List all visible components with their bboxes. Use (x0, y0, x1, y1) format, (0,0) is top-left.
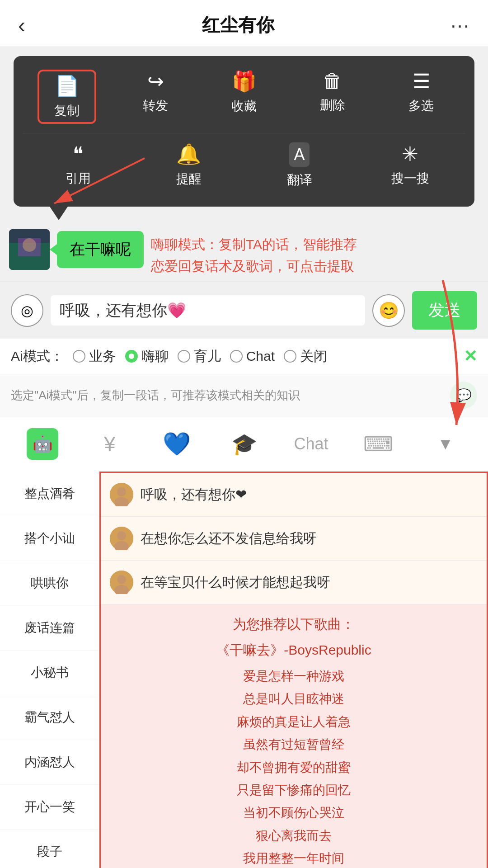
voice-icon: ◎ (21, 302, 33, 319)
remind-icon: 🔔 (176, 142, 201, 166)
radio-childcare-circle (178, 350, 190, 363)
toolbar-pay[interactable]: ¥ (76, 427, 144, 461)
sidebar-item-8[interactable]: 段子 (0, 830, 99, 868)
right-panel: 呼吸，还有想你❤ 在想你怎么还不发信息给我呀 (99, 472, 488, 868)
svg-point-6 (117, 487, 126, 496)
collapse-icon: ▼ (437, 434, 454, 453)
lyrics-container: 爱是怎样一种游戏总是叫人目眩神迷麻烦的真是让人着急虽然有过短暂曾经却不曾拥有爱的… (114, 665, 473, 868)
radio-chat[interactable]: Chat (230, 349, 275, 364)
radio-haichat-circle (125, 350, 138, 363)
radio-childcare[interactable]: 育儿 (178, 347, 221, 366)
toolbar-chat-text[interactable]: Chat (277, 430, 345, 458)
page-title: 红尘有你 (202, 13, 274, 38)
chat-bubble-icon: 💬 (456, 388, 472, 403)
remind-label: 提醒 (176, 170, 202, 188)
menu-item-search[interactable]: ✳ 搜一搜 (381, 142, 440, 189)
toolbar-robot[interactable]: 🤖 (9, 424, 76, 464)
sidebar-item-1[interactable]: 搭个小讪 (0, 516, 99, 561)
chat-text-icon: Chat (294, 434, 328, 453)
annotation-text: 嗨聊模式：复制TA的话，智能推荐 恋爱回复话术及歌词，可点击提取 (151, 237, 357, 274)
toolbar-keyboard[interactable]: ⌨ (345, 427, 412, 461)
forward-label: 转发 (143, 97, 168, 114)
reply-text-2: 在等宝贝什么时候才能想起我呀 (141, 573, 330, 592)
sidebar-item-2[interactable]: 哄哄你 (0, 561, 99, 606)
reply-avatar-0 (110, 483, 133, 506)
main-content: 整点酒肴 搭个小讪 哄哄你 废话连篇 小秘书 霸气怼人 内涵怼人 开心一笑 段子… (0, 472, 488, 868)
radio-off[interactable]: 关闭 (284, 347, 327, 366)
sidebar-item-0[interactable]: 整点酒肴 (0, 472, 99, 516)
radio-business-label: 业务 (89, 347, 116, 366)
delete-label: 删除 (320, 97, 345, 114)
toolbar-heart[interactable]: 💙 (143, 426, 211, 462)
reply-avatar-2 (110, 571, 133, 594)
context-menu-row2: ❝ 引用 🔔 提醒 A 翻译 ✳ 搜一搜 (23, 142, 465, 189)
reply-2[interactable]: 在等宝贝什么时候才能想起我呀 (101, 561, 487, 604)
chat-bubble-text: 在干嘛呢 (70, 241, 131, 258)
emoji-button[interactable]: 😊 (372, 294, 405, 327)
more-button[interactable]: ··· (450, 14, 470, 37)
menu-item-translate[interactable]: A 翻译 (270, 142, 329, 189)
menu-item-forward[interactable]: ↪ 转发 (126, 70, 185, 124)
reply-text-1: 在想你怎么还不发信息给我呀 (141, 529, 317, 548)
translate-label: 翻译 (287, 171, 312, 189)
translate-icon: A (289, 142, 309, 167)
radio-business[interactable]: 业务 (73, 347, 116, 366)
chat-bubble: 在干嘛呢 (57, 231, 144, 268)
radio-off-circle (284, 350, 296, 363)
header: ‹ 红尘有你 ··· (0, 0, 488, 47)
radio-off-label: 关闭 (300, 347, 327, 366)
hint-text: 选定"Ai模式"后，复制一段话，可推荐该模式相关的知识 (11, 387, 300, 403)
menu-item-quote[interactable]: ❝ 引用 (49, 142, 108, 189)
reply-1[interactable]: 在想你怎么还不发信息给我呀 (101, 517, 487, 561)
sidebar-item-7[interactable]: 开心一笑 (0, 785, 99, 830)
lyric-line: 狠心离我而去 (114, 825, 473, 847)
search-icon: ✳ (402, 142, 418, 165)
song-name[interactable]: 《干嘛去》-BoysRepublic (114, 641, 473, 660)
context-menu-row1: 📄 复制 ↪ 转发 🎁 收藏 🗑 删除 ☰ 多选 (23, 70, 465, 124)
multiselect-icon: ☰ (413, 70, 430, 93)
quote-icon: ❝ (73, 142, 84, 165)
context-menu: 📄 复制 ↪ 转发 🎁 收藏 🗑 删除 ☰ 多选 (14, 56, 474, 207)
svg-point-3 (23, 238, 36, 252)
sidebar-item-3[interactable]: 废话连篇 (0, 606, 99, 651)
sidebar-item-4[interactable]: 小秘书 (0, 651, 99, 695)
left-sidebar: 整点酒肴 搭个小讪 哄哄你 废话连篇 小秘书 霸气怼人 内涵怼人 开心一笑 段子… (0, 472, 99, 868)
pay-icon: ¥ (104, 432, 116, 456)
radio-haichat[interactable]: 嗨聊 (125, 347, 169, 366)
song-intro: 为您推荐以下歌曲： (114, 615, 473, 634)
keyboard-icon: ⌨ (363, 432, 393, 456)
toolbar-study[interactable]: 🎓 (211, 427, 278, 461)
menu-item-delete[interactable]: 🗑 删除 (303, 70, 362, 124)
voice-button[interactable]: ◎ (11, 294, 43, 327)
reply-text-0: 呼吸，还有想你❤ (141, 486, 247, 504)
menu-item-remind[interactable]: 🔔 提醒 (160, 142, 218, 189)
menu-arrow (50, 207, 68, 220)
reply-0[interactable]: 呼吸，还有想你❤ (101, 473, 487, 517)
copy-label: 复制 (54, 102, 80, 119)
sidebar-item-6[interactable]: 内涵怼人 (0, 740, 99, 785)
menu-item-collect[interactable]: 🎁 收藏 (215, 70, 273, 124)
radio-childcare-label: 育儿 (194, 347, 221, 366)
toolbar-collapse[interactable]: ▼ (412, 430, 479, 458)
back-button[interactable]: ‹ (18, 13, 25, 38)
avatar (9, 229, 50, 270)
menu-item-multiselect[interactable]: ☰ 多选 (392, 70, 450, 124)
collect-label: 收藏 (231, 98, 257, 115)
lyric-line: 总是叫人目眩神迷 (114, 688, 473, 710)
quote-label: 引用 (66, 170, 91, 187)
send-button[interactable]: 发送 (412, 291, 477, 330)
menu-item-copy[interactable]: 📄 复制 (38, 70, 96, 124)
sidebar-item-5[interactable]: 霸气怼人 (0, 695, 99, 740)
heart-icon: 💙 (163, 431, 191, 457)
emoji-icon: 😊 (379, 301, 399, 320)
search-label: 搜一搜 (391, 170, 429, 187)
ai-mode-label: Ai模式： (11, 347, 64, 366)
lyric-line: 我用整整一年时间 (114, 847, 473, 868)
lyric-line: 虽然有过短暂曾经 (114, 733, 473, 756)
collect-icon: 🎁 (232, 70, 257, 93)
lyric-line: 麻烦的真是让人着急 (114, 711, 473, 733)
close-button[interactable]: ✕ (464, 347, 477, 366)
song-section: 为您推荐以下歌曲： 《干嘛去》-BoysRepublic 爱是怎样一种游戏总是叫… (101, 604, 487, 868)
message-input[interactable] (51, 295, 365, 326)
copy-icon: 📄 (55, 74, 80, 98)
